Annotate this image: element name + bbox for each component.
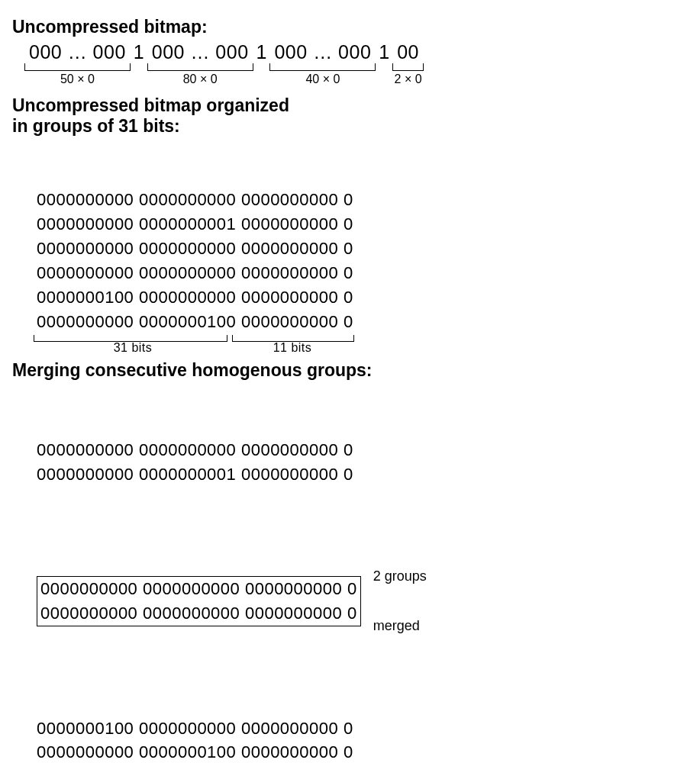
segment: 000 … 00040 × 0 xyxy=(269,42,376,86)
bit-row: 0000000000 0000000000 0000000000 0 xyxy=(37,438,688,462)
section1-title: Uncompressed bitmap: xyxy=(12,17,688,37)
bitmap-31bit-groups-section: Uncompressed bitmap organized in groups … xyxy=(12,95,688,334)
segment-text: 000 … 000 xyxy=(147,42,253,63)
segment-label: 2 × 0 xyxy=(395,72,422,86)
segment: 002 × 0 xyxy=(392,42,424,86)
bit-row: 0000000100 0000000000 0000000000 0 xyxy=(37,285,688,310)
merge-note: 2 groups merged xyxy=(373,536,427,668)
segment-underbracket xyxy=(269,63,376,71)
merging-groups-section: Merging consecutive homogenous groups: 0… xyxy=(12,360,688,763)
segment-text: 000 … 000 xyxy=(24,42,131,63)
segment-underbracket xyxy=(392,63,424,71)
merge-note-line2: merged xyxy=(373,618,427,635)
segment-text: 00 xyxy=(392,42,424,63)
uncompressed-bitmap-section: Uncompressed bitmap: 000 … 00050 × 01000… xyxy=(12,17,688,86)
merging-rows: 0000000000 0000000000 0000000000 0000000… xyxy=(37,390,688,763)
segment-underbracket xyxy=(147,63,253,71)
bit-row-merged: 0000000000 0000000000 0000000000 0 xyxy=(40,577,357,601)
bit-row: 0000000000 0000000100 0000000000 031 bit… xyxy=(37,310,688,334)
merged-group-box: 0000000000 0000000000 0000000000 0000000… xyxy=(37,576,361,626)
merge-note-line1: 2 groups xyxy=(373,568,427,585)
bit-row: 0000000000 0000000001 0000000000 0 xyxy=(37,212,688,237)
bit-row: 0000000000 0000000000 0000000000 0 xyxy=(37,237,688,261)
section2-title-line1: Uncompressed bitmap organized xyxy=(12,95,688,116)
bitmap-segments-row: 000 … 00050 × 01000 … 00080 × 01000 … 00… xyxy=(24,42,688,86)
bit-row: 0000000000 0000000000 0000000000 0 xyxy=(37,188,688,212)
bracket-11bits-label: 11 bits xyxy=(232,339,353,356)
bit-row-merged: 0000000000 0000000000 0000000000 0 xyxy=(40,601,357,626)
bracket-31bits-label: 31 bits xyxy=(37,339,229,356)
segment-label: 40 × 0 xyxy=(305,72,340,86)
segment-separator: 1 xyxy=(376,42,392,63)
segment: 000 … 00080 × 0 xyxy=(147,42,253,86)
section2-title-line2: in groups of 31 bits: xyxy=(12,116,688,137)
segment-separator: 1 xyxy=(131,42,147,63)
segment-label: 80 × 0 xyxy=(183,72,218,86)
section3-title: Merging consecutive homogenous groups: xyxy=(12,360,688,381)
segment-text: 000 … 000 xyxy=(269,42,376,63)
bitmap-31bit-rows: 0000000000 0000000000 0000000000 0000000… xyxy=(37,140,688,334)
bit-row: 0000000000 0000000001 0000000000 0 xyxy=(37,462,688,487)
bit-row: 0000000000 0000000100 0000000000 0 xyxy=(37,740,688,763)
segment: 000 … 00050 × 0 xyxy=(24,42,131,86)
bit-row: 0000000000 0000000000 0000000000 0 xyxy=(37,261,688,285)
segment-label: 50 × 0 xyxy=(60,72,95,86)
segment-separator: 1 xyxy=(253,42,270,63)
segment-underbracket xyxy=(24,63,131,71)
merged-group-row: 0000000000 0000000000 0000000000 0000000… xyxy=(37,536,688,668)
bit-row: 0000000100 0000000000 0000000000 0 xyxy=(37,716,688,741)
